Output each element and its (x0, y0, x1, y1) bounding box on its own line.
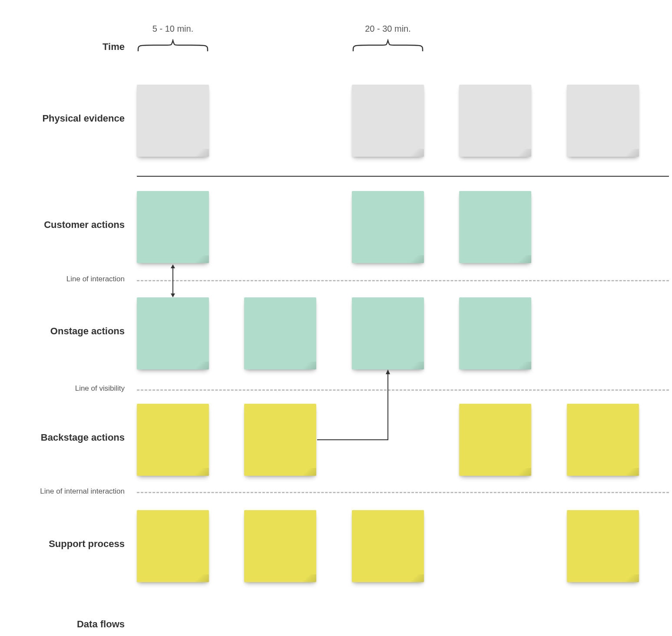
row-label-line-internal: Line of internal interaction (40, 487, 125, 496)
note-onstage-actions-col0[interactable] (137, 297, 209, 369)
note-support-process-col4[interactable] (567, 510, 639, 582)
note-physical-evidence-col2[interactable] (352, 85, 424, 157)
note-support-process-col2[interactable] (352, 510, 424, 582)
note-onstage-actions-col2[interactable] (352, 297, 424, 369)
row-label-time: Time (103, 41, 125, 53)
divider-line-visibility (137, 389, 669, 391)
note-physical-evidence-col4[interactable] (567, 85, 639, 157)
note-backstage-actions-col0[interactable] (137, 404, 209, 476)
note-customer-actions-col3[interactable] (459, 191, 531, 263)
divider-solid (137, 176, 669, 177)
row-label-data-flows: Data flows (77, 619, 125, 630)
svg-marker-2 (171, 293, 175, 297)
brace-icon-1 (352, 39, 424, 52)
note-onstage-actions-col3[interactable] (459, 297, 531, 369)
divider-line-internal (137, 492, 669, 493)
note-backstage-actions-col1[interactable] (244, 404, 316, 476)
note-physical-evidence-col0[interactable] (137, 85, 209, 157)
note-support-process-col1[interactable] (244, 510, 316, 582)
note-onstage-actions-col1[interactable] (244, 297, 316, 369)
brace-icon-0 (137, 39, 209, 52)
note-physical-evidence-col3[interactable] (459, 85, 531, 157)
note-support-process-col0[interactable] (137, 510, 209, 582)
time-segment-label-0: 5 - 10 min. (137, 24, 209, 34)
row-label-line-visibility: Line of visibility (75, 384, 125, 393)
divider-line-interaction (137, 280, 669, 281)
arrow-elbow-up-icon (316, 369, 394, 441)
note-backstage-actions-col3[interactable] (459, 404, 531, 476)
note-backstage-actions-col4[interactable] (567, 404, 639, 476)
note-customer-actions-col2[interactable] (352, 191, 424, 263)
row-label-physical-evidence: Physical evidence (42, 113, 125, 124)
row-label-backstage-actions: Backstage actions (41, 432, 125, 443)
service-blueprint-canvas: Time Physical evidence Customer actions … (0, 0, 672, 636)
time-segment-label-1: 20 - 30 min. (352, 24, 424, 34)
svg-marker-3 (386, 369, 390, 374)
row-label-onstage-actions: Onstage actions (50, 326, 125, 337)
row-label-support-process: Support process (49, 538, 125, 550)
row-label-customer-actions: Customer actions (44, 219, 125, 231)
note-customer-actions-col0[interactable] (137, 191, 209, 263)
svg-marker-1 (171, 264, 175, 268)
row-label-line-interaction: Line of interaction (66, 275, 125, 283)
arrow-double-vert-icon (170, 264, 175, 297)
